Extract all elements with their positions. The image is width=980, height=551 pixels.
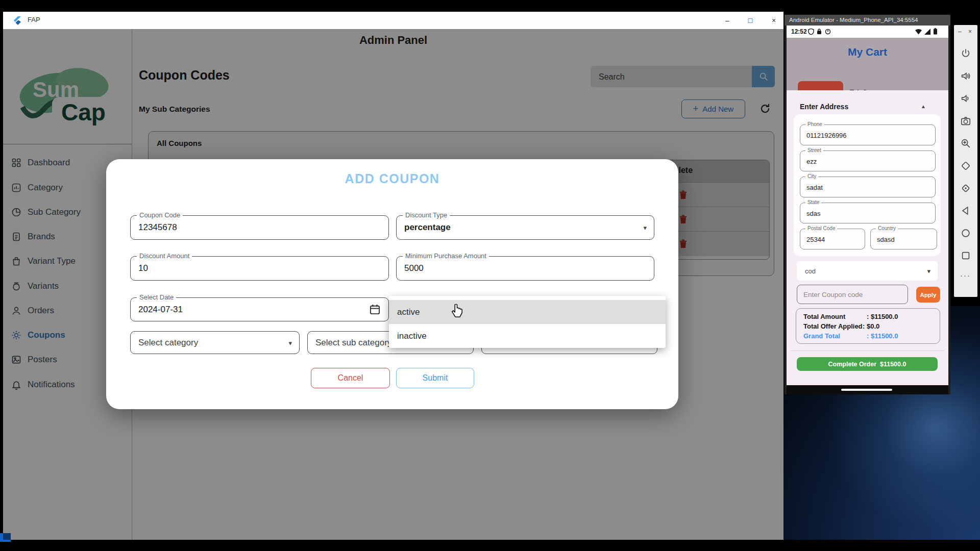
chevron-down-icon: ▾ — [927, 267, 930, 275]
street-field[interactable]: Street ezz — [800, 151, 936, 171]
field-label: Coupon Code — [137, 211, 183, 219]
divider — [790, 350, 944, 351]
field-value: 2024-07-31 — [138, 305, 183, 315]
rotate-right-button[interactable] — [960, 183, 971, 194]
lock-icon — [817, 29, 822, 35]
grand-total-row: Grand Total: $11500.0 — [796, 332, 940, 341]
select-placeholder: Select sub category — [315, 338, 391, 348]
cart-header: My Cart — [787, 46, 948, 58]
total-offer-row: Total Offer Applied: $0.0 — [796, 322, 940, 332]
mouse-cursor — [450, 304, 463, 319]
cart-background: My Cart Tab 8 — [787, 38, 948, 90]
gesture-pill[interactable] — [841, 389, 892, 391]
cancel-label: Cancel — [338, 373, 363, 383]
back-button[interactable] — [960, 205, 971, 216]
field-label: Minimum Purchase Amount — [403, 252, 489, 260]
coupon-code-input[interactable] — [802, 285, 901, 304]
phone-statusbar: 12:52 — [787, 26, 948, 38]
volume-up-button[interactable] — [960, 70, 971, 82]
modal-title: ADD COUPON — [106, 171, 678, 186]
gesture-navbar — [787, 385, 948, 394]
select-date-field[interactable]: Select Date 2024-07-31 — [130, 297, 389, 321]
maximize-button[interactable]: □ — [743, 15, 758, 26]
power-button[interactable] — [960, 48, 971, 59]
overview-button[interactable] — [960, 250, 971, 261]
field-label: State — [805, 199, 821, 205]
field-value: 25344 — [806, 235, 825, 243]
minimum-purchase-field[interactable]: Minimum Purchase Amount 5000 — [396, 256, 654, 281]
status-time: 12:52 — [791, 28, 807, 35]
toolbar-close-button[interactable]: × — [968, 28, 972, 35]
totals-card: Total Amount: $11500.0 Total Offer Appli… — [796, 308, 940, 344]
category-select[interactable]: Select category ▾ — [130, 331, 300, 354]
country-field[interactable]: Country sdasd — [870, 229, 937, 249]
field-value: sdasd — [877, 235, 895, 243]
minimize-button[interactable]: – — [720, 15, 735, 26]
field-value: 5000 — [404, 263, 424, 273]
emulator-toolbar: – × ··· — [954, 25, 977, 297]
data-saver-icon — [825, 29, 831, 35]
field-value: 01121926996 — [806, 131, 847, 139]
field-label: Phone — [805, 121, 824, 127]
shield-icon — [808, 29, 814, 35]
discount-amount-field[interactable]: Discount Amount 10 — [130, 256, 389, 281]
apply-label: Apply — [920, 292, 937, 298]
status-dropdown-menu: active inactive — [389, 296, 666, 348]
complete-order-button[interactable]: Complete Order $11500.0 — [797, 357, 938, 371]
close-button[interactable]: × — [766, 15, 781, 26]
field-label: Country — [876, 226, 898, 231]
apply-button[interactable]: Apply — [916, 287, 940, 303]
window-title: FAP — [28, 16, 40, 23]
select-placeholder: Select category — [138, 338, 198, 348]
phone-field[interactable]: Phone 01121926996 — [800, 124, 936, 145]
signal-icon — [924, 29, 930, 35]
menu-item-active[interactable]: active — [389, 300, 666, 324]
submit-label: Submit — [423, 373, 448, 383]
field-label: Postal Code — [805, 226, 837, 231]
discount-type-select[interactable]: Discount Type percentage ▾ — [396, 215, 654, 240]
more-options-button[interactable]: ··· — [960, 271, 971, 280]
field-value: sadat — [806, 183, 823, 191]
collapse-icon[interactable]: ▲ — [921, 104, 926, 109]
city-field[interactable]: City sadat — [800, 177, 936, 197]
coupon-code-field[interactable]: Coupon Code 12345678 — [130, 215, 389, 240]
volume-down-button[interactable] — [960, 93, 971, 104]
field-label: Select Date — [137, 293, 176, 301]
checkout-sheet: Enter Address ▲ Phone 01121926996 Street… — [787, 90, 948, 385]
field-label: Discount Type — [403, 211, 450, 219]
desktop: FAP – □ × Sum Cap Dashboard Category Sub… — [0, 0, 980, 551]
payment-method-select[interactable]: cod ▾ — [797, 261, 938, 281]
rotate-left-button[interactable] — [960, 160, 971, 171]
android-emulator-window: Android Emulator - Medium_Phone_API_34:5… — [785, 15, 950, 394]
battery-icon — [934, 28, 937, 35]
emulator-titlebar[interactable]: Android Emulator - Medium_Phone_API_34:5… — [785, 15, 950, 26]
cancel-button[interactable]: Cancel — [311, 368, 390, 388]
toolbar-minimize-button[interactable]: – — [958, 28, 962, 35]
phone-screen: 12:52 My Cart Tab 8 Enter Address ▲ Phon… — [787, 26, 948, 394]
postal-code-field[interactable]: Postal Code 25344 — [800, 229, 865, 249]
field-value: sdas — [806, 209, 820, 217]
coupon-code-input-wrap — [797, 285, 908, 304]
field-value: 10 — [138, 263, 148, 273]
home-button[interactable] — [960, 228, 971, 239]
field-label: Street — [805, 147, 823, 153]
calendar-icon[interactable] — [370, 304, 380, 315]
menu-item-inactive[interactable]: inactive — [389, 324, 666, 348]
field-value: ezz — [806, 157, 817, 165]
field-value: 12345678 — [138, 222, 177, 233]
flutter-icon — [12, 16, 21, 25]
total-amount-row: Total Amount: $11500.0 — [796, 313, 940, 322]
screenshot-camera-button[interactable] — [960, 115, 971, 127]
field-value: percentage — [404, 222, 451, 233]
zoom-button[interactable] — [960, 138, 971, 149]
fap-titlebar: FAP – □ × — [3, 12, 783, 30]
add-coupon-modal: ADD COUPON Coupon Code 12345678 Discount… — [106, 159, 678, 409]
state-field[interactable]: State sdas — [800, 203, 936, 223]
chevron-down-icon: ▾ — [288, 339, 292, 346]
field-label: Discount Amount — [137, 252, 192, 260]
payment-value: cod — [805, 267, 816, 275]
field-label: City — [805, 173, 818, 179]
address-title: Enter Address — [800, 103, 848, 111]
submit-button[interactable]: Submit — [396, 368, 474, 388]
chevron-down-icon: ▾ — [643, 224, 647, 232]
